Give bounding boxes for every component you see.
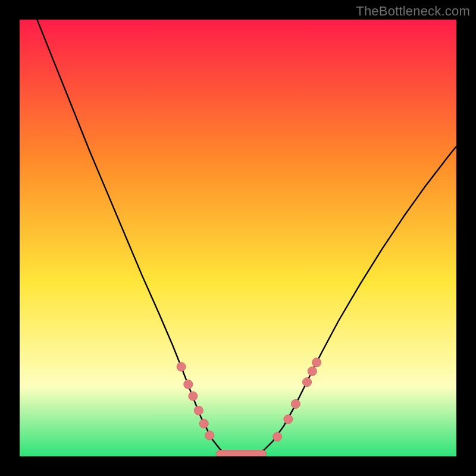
curve-marker-dot xyxy=(303,378,312,387)
bottom-marker-bar xyxy=(216,450,266,456)
bottleneck-curve-chart xyxy=(20,20,456,456)
curve-marker-dot xyxy=(291,399,300,408)
curve-marker-dot xyxy=(205,431,214,440)
gradient-background xyxy=(20,20,456,456)
chart-stage: TheBottleneck.com xyxy=(0,0,476,476)
curve-marker-dot xyxy=(308,367,317,375)
watermark-text: TheBottleneck.com xyxy=(356,4,470,19)
curve-marker-dot xyxy=(284,415,293,424)
curve-marker-dot xyxy=(199,419,208,428)
curve-marker-dot xyxy=(273,433,282,441)
plot-area xyxy=(20,20,456,456)
curve-marker-dot xyxy=(189,392,198,400)
curve-marker-dot xyxy=(194,406,203,415)
curve-marker-dot xyxy=(184,380,193,389)
curve-marker-dot xyxy=(177,362,186,371)
curve-marker-dot xyxy=(312,358,321,367)
